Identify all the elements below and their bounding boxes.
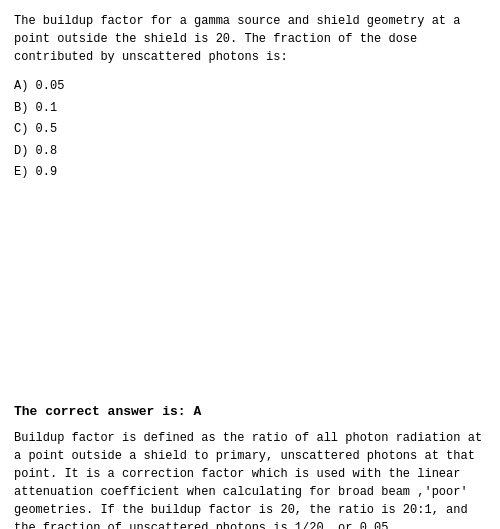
option-c-value: 0.5: [36, 122, 58, 136]
option-a: A) 0.05: [14, 76, 486, 98]
option-b-label: B): [14, 101, 36, 115]
question-text: The buildup factor for a gamma source an…: [14, 12, 486, 66]
explanation-text: Buildup factor is defined as the ratio o…: [14, 429, 486, 529]
option-d-label: D): [14, 144, 36, 158]
option-e-label: E): [14, 165, 36, 179]
option-c-label: C): [14, 122, 36, 136]
option-b-value: 0.1: [36, 101, 58, 115]
option-a-label: A): [14, 79, 36, 93]
question-container: The buildup factor for a gamma source an…: [14, 12, 486, 184]
option-d-value: 0.8: [36, 144, 58, 158]
option-b: B) 0.1: [14, 98, 486, 120]
correct-answer-label: The correct answer is: A: [14, 404, 486, 419]
answer-options: A) 0.05 B) 0.1 C) 0.5 D) 0.8 E) 0.9: [14, 76, 486, 184]
option-e: E) 0.9: [14, 162, 486, 184]
option-e-value: 0.9: [36, 165, 58, 179]
correct-answer-section: The correct answer is: A Buildup factor …: [14, 404, 486, 529]
option-c: C) 0.5: [14, 119, 486, 141]
option-d: D) 0.8: [14, 141, 486, 163]
option-a-value: 0.05: [36, 79, 65, 93]
